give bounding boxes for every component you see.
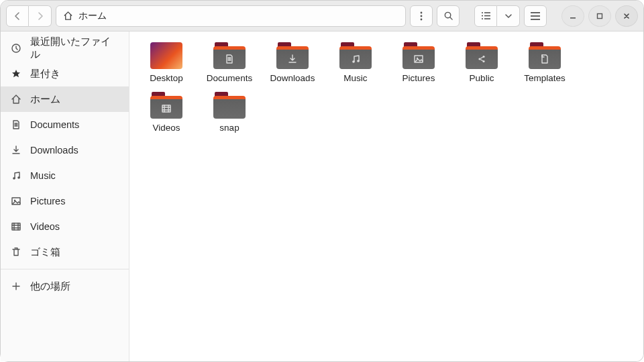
folder-icon: [213, 92, 246, 119]
svg-point-1: [421, 15, 423, 17]
vid-icon: [10, 221, 22, 232]
svg-line-4: [449, 17, 451, 19]
file-item[interactable]: Desktop: [135, 40, 198, 86]
svg-rect-14: [570, 17, 576, 19]
more-button[interactable]: [410, 5, 433, 27]
file-label: Templates: [524, 73, 566, 84]
file-item[interactable]: Templates: [513, 40, 576, 86]
window-body: 最近開いたファイル星付きホームDocumentsDownloadsMusicPi…: [1, 32, 643, 361]
doc-icon: [224, 54, 235, 64]
sidebar: 最近開いたファイル星付きホームDocumentsDownloadsMusicPi…: [1, 32, 129, 361]
icon-grid: DesktopDocumentsDownloadsMusicPicturesPu…: [135, 40, 638, 135]
headerbar: ホーム: [1, 1, 643, 32]
file-manager-window: ホーム 最近開いたフ: [0, 0, 644, 362]
folder-icon: [402, 42, 435, 69]
sidebar-item-other-locations[interactable]: 他の場所: [1, 274, 129, 299]
file-label: Public: [470, 73, 494, 84]
desktop-icon: [150, 42, 182, 69]
plus-icon: [10, 281, 22, 292]
svg-point-18: [17, 176, 20, 179]
folder-icon: [466, 42, 498, 69]
nav-group: [6, 5, 52, 27]
file-item[interactable]: Public: [450, 40, 513, 86]
folder-icon: [150, 92, 182, 119]
file-item[interactable]: Videos: [135, 89, 198, 136]
svg-point-2: [421, 18, 423, 20]
file-label: Videos: [152, 123, 180, 133]
list-view-button[interactable]: [474, 5, 497, 27]
file-item[interactable]: snap: [198, 89, 261, 136]
file-label: Downloads: [270, 73, 315, 84]
close-button[interactable]: [615, 5, 638, 27]
pic-icon: [10, 196, 22, 206]
svg-point-5: [481, 12, 482, 13]
sidebar-item-star[interactable]: 星付き: [1, 61, 129, 86]
sidebar-item-music[interactable]: Music: [1, 163, 129, 188]
sidebar-item-vid[interactable]: Videos: [1, 214, 129, 239]
sidebar-item-label: Documents: [30, 119, 79, 130]
sidebar-item-clock[interactable]: 最近開いたファイル: [1, 36, 129, 61]
pic-icon: [413, 54, 424, 64]
sidebar-item-label: 星付き: [30, 68, 60, 80]
sidebar-separator: [1, 269, 129, 269]
file-label: Desktop: [150, 73, 183, 84]
sidebar-item-label: Music: [30, 170, 56, 181]
forward-button[interactable]: [29, 5, 52, 27]
sidebar-item-label: Videos: [30, 221, 60, 232]
back-button[interactable]: [6, 5, 29, 27]
svg-point-23: [357, 60, 360, 62]
trash-icon: [10, 247, 22, 257]
music-icon: [350, 54, 361, 64]
sidebar-item-down[interactable]: Downloads: [1, 137, 129, 163]
sidebar-item-label: ホーム: [30, 93, 60, 106]
file-label: Documents: [207, 73, 252, 84]
svg-rect-12: [531, 15, 540, 17]
svg-point-7: [481, 15, 482, 16]
tmpl-icon: [539, 54, 550, 64]
view-group: [474, 5, 520, 27]
doc-icon: [10, 119, 22, 130]
home-icon: [63, 11, 73, 21]
svg-point-0: [421, 11, 423, 13]
sidebar-item-label: Downloads: [30, 145, 78, 156]
svg-rect-6: [484, 12, 490, 13]
sidebar-item-label: 最近開いたファイル: [30, 36, 119, 61]
file-item[interactable]: Music: [324, 40, 387, 86]
file-item[interactable]: Downloads: [261, 40, 324, 86]
sidebar-item-label: 他の場所: [30, 280, 70, 293]
clock-icon: [10, 43, 22, 54]
file-label: Pictures: [402, 73, 435, 84]
svg-point-22: [352, 60, 355, 63]
sidebar-item-doc[interactable]: Documents: [1, 112, 129, 137]
view-dropdown-button[interactable]: [497, 5, 520, 27]
sidebar-item-label: ゴミ箱: [30, 246, 60, 259]
svg-rect-15: [598, 13, 602, 18]
file-item[interactable]: Documents: [198, 40, 261, 86]
sidebar-item-home[interactable]: ホーム: [1, 86, 129, 112]
minimize-button[interactable]: [561, 5, 584, 27]
path-location: ホーム: [78, 10, 107, 22]
home-icon: [10, 94, 22, 105]
folder-icon: [529, 42, 561, 69]
down-icon: [10, 145, 22, 156]
maximize-button[interactable]: [588, 5, 611, 27]
file-label: Music: [343, 73, 367, 84]
file-label: snap: [219, 123, 239, 133]
folder-icon: [276, 42, 309, 69]
file-item[interactable]: Pictures: [387, 40, 450, 86]
path-bar[interactable]: ホーム: [56, 5, 406, 27]
sidebar-item-trash[interactable]: ゴミ箱: [1, 239, 129, 265]
svg-rect-29: [162, 105, 170, 112]
search-button[interactable]: [437, 5, 460, 27]
sidebar-item-pic[interactable]: Pictures: [1, 188, 129, 214]
music-icon: [10, 170, 22, 181]
folder-icon: [339, 42, 372, 69]
folder-icon: [213, 42, 246, 69]
svg-rect-11: [531, 12, 540, 13]
down-icon: [287, 54, 298, 64]
svg-rect-8: [484, 15, 490, 17]
hamburger-menu-button[interactable]: [524, 5, 547, 27]
svg-rect-13: [531, 19, 540, 20]
star-icon: [10, 68, 22, 79]
content-area[interactable]: DesktopDocumentsDownloadsMusicPicturesPu…: [129, 32, 643, 361]
